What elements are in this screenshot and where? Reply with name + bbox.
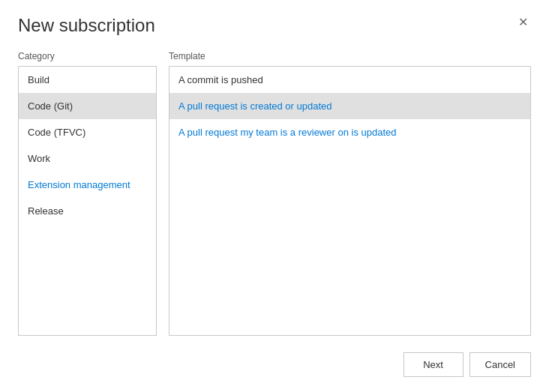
category-item-code-tfvc[interactable]: Code (TFVC)	[19, 119, 156, 145]
template-header: Template	[169, 51, 531, 61]
next-button[interactable]: Next	[404, 352, 464, 377]
template-column: Template A commit is pushed A pull reque…	[169, 51, 531, 336]
category-item-release[interactable]: Release	[19, 198, 156, 224]
dialog-header: New subscription ✕	[0, 0, 549, 43]
category-header: Category	[18, 51, 157, 61]
template-item-pull-request-created[interactable]: A pull request is created or updated	[170, 93, 530, 119]
cancel-button[interactable]: Cancel	[470, 352, 531, 377]
template-item-commit-pushed[interactable]: A commit is pushed	[170, 67, 530, 93]
category-item-work[interactable]: Work	[19, 145, 156, 172]
category-column: Category Build Code (Git) Code (TFVC) Wo…	[18, 51, 157, 336]
new-subscription-dialog: New subscription ✕ Category Build Code (…	[0, 0, 549, 392]
template-list: A commit is pushed A pull request is cre…	[169, 66, 531, 336]
close-button[interactable]: ✕	[515, 15, 531, 30]
columns-wrapper: Category Build Code (Git) Code (TFVC) Wo…	[18, 51, 531, 336]
category-item-code-git[interactable]: Code (Git)	[19, 93, 156, 119]
category-list: Build Code (Git) Code (TFVC) Work Extens…	[18, 66, 157, 336]
dialog-title: New subscription	[18, 15, 155, 36]
category-item-extension-management[interactable]: Extension management	[19, 172, 156, 198]
category-item-build[interactable]: Build	[19, 67, 156, 93]
dialog-body: Category Build Code (Git) Code (TFVC) Wo…	[0, 43, 549, 343]
dialog-footer: Next Cancel	[0, 343, 549, 392]
template-item-pull-request-reviewer[interactable]: A pull request my team is a reviewer on …	[170, 119, 530, 145]
